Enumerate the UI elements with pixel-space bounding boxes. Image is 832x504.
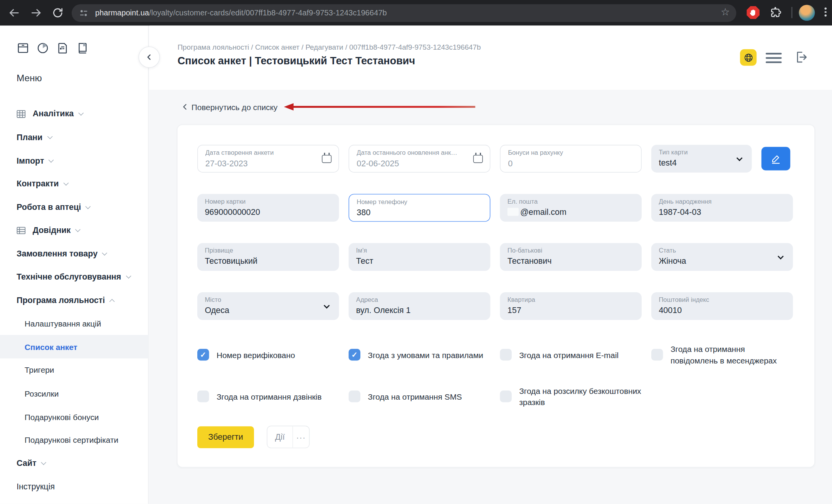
- form-buttons: Зберегти Дії ···: [197, 426, 795, 448]
- form-row-3: Прізвище Тестовицький Ім'я Тест По-батьк…: [197, 243, 795, 271]
- field-card-number[interactable]: Номер картки 969000000020: [197, 194, 339, 222]
- browser-reload-icon[interactable]: [51, 7, 64, 19]
- form-row-1: Дата створення анкети 27-03-2023 Дата ос…: [197, 145, 795, 172]
- field-city-select[interactable]: Місто Одеса: [197, 292, 339, 320]
- back-link-label: Повернутись до списку: [192, 102, 278, 112]
- field-last-update-date[interactable]: Дата останнього оновлення анк… 02-06-202…: [349, 145, 491, 172]
- checkbox-unchecked-icon[interactable]: [651, 349, 663, 361]
- page-title: Список анкет | Тестовицький Тест Тестано…: [178, 55, 415, 67]
- chevron-down-icon: [49, 157, 54, 162]
- chevron-down-icon: [86, 204, 91, 209]
- sidebar-item-import[interactable]: Імпорт: [0, 149, 149, 172]
- field-phone-number[interactable]: Номер телефону 380: [349, 194, 491, 222]
- field-email[interactable]: Ел. пошта @email.com: [500, 194, 642, 222]
- toolbar-separator: [792, 7, 792, 18]
- pie-chart-icon[interactable]: [36, 41, 50, 57]
- checkbox-unchecked-icon[interactable]: [500, 390, 512, 402]
- browser-menu-icon[interactable]: [825, 7, 827, 16]
- document-icon[interactable]: [55, 41, 69, 57]
- sidebar-item-goods-order[interactable]: Замовлення товару: [0, 242, 149, 266]
- sidebar-item-loyalty-program[interactable]: Програма лояльності: [0, 288, 149, 312]
- checkbox-sms-consent[interactable]: Згода на отримання SMS: [349, 385, 491, 407]
- calendar-icon[interactable]: [473, 155, 483, 163]
- screen: pharmapoint.ua/loyalty/customer-cards/ed…: [0, 0, 832, 504]
- breadcrumb: Програма лояльності / Список анкет / Ред…: [178, 43, 481, 51]
- checkbox-unchecked-icon[interactable]: [500, 349, 512, 361]
- checkbox-row-2: Згода на отримання дзвінків Згода на отр…: [197, 385, 795, 407]
- checkbox-calls-consent[interactable]: Згода на отримання дзвінків: [197, 385, 339, 407]
- sidebar-item-pharmacy-work[interactable]: Робота в аптеці: [0, 196, 149, 219]
- extensions-puzzle-icon[interactable]: [769, 6, 782, 21]
- site-settings-icon[interactable]: [79, 8, 89, 20]
- field-birth-date[interactable]: День народження 1987-04-03: [651, 194, 793, 222]
- field-card-type-select[interactable]: Тип карти test4: [651, 145, 752, 172]
- adblock-extension-icon[interactable]: [746, 6, 760, 19]
- browser-toolbar: pharmapoint.ua/loyalty/customer-cards/ed…: [0, 0, 832, 26]
- chevron-left-icon: [180, 102, 190, 112]
- more-actions-button[interactable]: ···: [293, 426, 309, 448]
- chevron-down-icon: [126, 273, 131, 278]
- back-to-list-link[interactable]: Повернутись до списку: [180, 99, 278, 114]
- edit-card-type-button[interactable]: [761, 147, 790, 171]
- save-button[interactable]: Зберегти: [197, 426, 254, 448]
- bookmark-star-icon[interactable]: ☆: [721, 6, 730, 18]
- actions-button-group: Дії ···: [267, 426, 309, 448]
- sidebar-item-maintenance[interactable]: Технічне обслуговування: [0, 265, 149, 288]
- sidebar-item-directory[interactable]: Довідник: [0, 218, 149, 242]
- pencil-icon: [770, 153, 782, 165]
- address-bar[interactable]: pharmapoint.ua/loyalty/customer-cards/ed…: [72, 4, 736, 22]
- main-area: Програма лояльності / Список анкет / Ред…: [149, 26, 832, 504]
- checkbox-number-verified[interactable]: Номер верифіковано: [197, 343, 339, 366]
- browser-forward-icon[interactable]: [30, 7, 43, 19]
- sidebar-subitem-promo-settings[interactable]: Налаштування акцій: [0, 311, 149, 335]
- calendar-icon[interactable]: [322, 155, 331, 163]
- checkbox-terms-agreement[interactable]: Згода з умовами та правилами: [349, 343, 491, 366]
- chevron-down-icon: [41, 459, 46, 465]
- field-bonus-balance[interactable]: Бонуси на рахунку 0: [500, 145, 642, 172]
- language-globe-button[interactable]: [740, 49, 756, 66]
- sidebar-item-contracts[interactable]: Контракти: [0, 172, 149, 196]
- checkbox-free-samples-consent[interactable]: Згода на розсилку безкоштовних зразків: [500, 385, 642, 407]
- sidebar-subitem-gift-certificates[interactable]: Подарункові сертифікати: [0, 428, 149, 451]
- sidebar-subitem-triggers[interactable]: Тригери: [0, 358, 149, 382]
- chevron-down-icon: [78, 110, 84, 116]
- checkbox-messenger-consent[interactable]: Згода на отримання повідомлень в месендж…: [651, 343, 793, 366]
- actions-button[interactable]: Дії: [267, 426, 293, 448]
- sidebar-item-plans[interactable]: Плани: [0, 126, 149, 149]
- customer-card-form: Дата створення анкети 27-03-2023 Дата ос…: [177, 124, 815, 467]
- checkbox-checked-icon[interactable]: [197, 349, 209, 361]
- checkbox-unchecked-icon[interactable]: [197, 390, 209, 402]
- sidebar-item-analytics[interactable]: Аналітика: [0, 102, 149, 126]
- sidebar-item-instruction[interactable]: Інструкція: [0, 475, 149, 498]
- url-text[interactable]: pharmapoint.ua/loyalty/customer-cards/ed…: [95, 4, 387, 22]
- checkbox-email-consent[interactable]: Згода на отримання E-mail: [500, 343, 642, 366]
- checkbox-unchecked-icon[interactable]: [349, 390, 361, 402]
- form-row-4: Місто Одеса Адреса вул. Олексія 1 Кварти…: [197, 292, 795, 320]
- sidebar-collapse-button[interactable]: [138, 47, 160, 68]
- browser-back-icon[interactable]: [7, 7, 20, 19]
- field-postal-code[interactable]: Поштовий індекс 40010: [651, 292, 793, 320]
- field-first-name[interactable]: Ім'я Тест: [349, 243, 491, 271]
- url-path: /loyalty/customer-cards/edit/007ff1b8-49…: [149, 8, 387, 17]
- field-creation-date[interactable]: Дата створення анкети 27-03-2023: [197, 145, 339, 172]
- hamburger-menu-icon[interactable]: [766, 53, 782, 63]
- sidebar-subitem-mailings[interactable]: Розсилки: [0, 382, 149, 405]
- browser-profile-avatar[interactable]: [799, 5, 815, 21]
- page-header: Програма лояльності / Список анкет / Ред…: [149, 26, 832, 90]
- sidebar-subitem-customer-cards[interactable]: Список анкет: [0, 335, 149, 358]
- checkbox-row-1: Номер верифіковано Згода з умовами та пр…: [197, 343, 795, 366]
- field-last-name[interactable]: Прізвище Тестовицький: [197, 243, 339, 271]
- chevron-down-icon: [63, 180, 69, 186]
- page-content: Повернутись до списку Дата створення анк…: [149, 90, 832, 504]
- sidebar-subitem-gift-bonuses[interactable]: Подарункові бонуси: [0, 405, 149, 429]
- archive-box-icon[interactable]: [16, 41, 30, 57]
- logout-icon[interactable]: [793, 50, 808, 67]
- book-icon[interactable]: [76, 41, 89, 57]
- chevron-down-icon: [47, 134, 52, 139]
- sidebar-item-site[interactable]: Сайт: [0, 451, 149, 475]
- field-address[interactable]: Адреса вул. Олексія 1: [349, 292, 491, 320]
- field-apartment[interactable]: Квартира 157: [500, 292, 642, 320]
- checkbox-checked-icon[interactable]: [349, 349, 361, 361]
- field-middle-name[interactable]: По-батькові Тестанович: [500, 243, 642, 271]
- field-gender-select[interactable]: Стать Жіноча: [651, 243, 793, 271]
